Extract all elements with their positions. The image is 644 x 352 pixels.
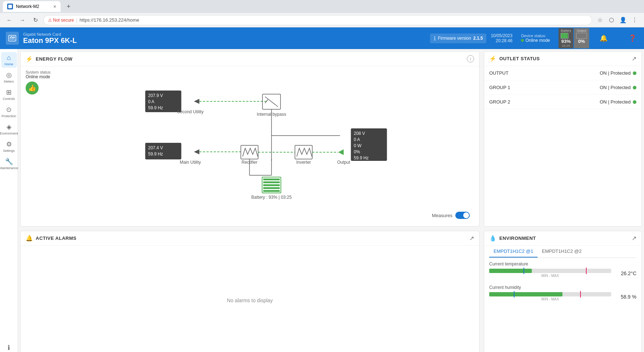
inverter-label: Inverter: [296, 160, 311, 165]
firmware-info: ℹ Firmware version 2.1.5: [430, 34, 487, 43]
energy-flow-diagram: 207.9 V 0 A 59.9 Hz Second Utility: [25, 71, 475, 208]
bookmark-button[interactable]: ☆: [595, 15, 605, 25]
active-alarms-expand-button[interactable]: ↗: [469, 235, 474, 242]
sidebar-bottom: ℹ Legal info E·T·N: [1, 342, 17, 352]
header-datetime: 10/05/2023 20:28:46: [491, 33, 512, 43]
temp-bar-wrapper: MIN - MAX: [489, 269, 611, 278]
main-content: ⚡ ENERGY FLOW i System status Online mod…: [18, 49, 644, 352]
environment-card: 💧 ENVIRONMENT ↗ EMPDT1H1C2 @1 EMPDT1H1C2…: [484, 231, 642, 352]
tab-favicon: [7, 4, 13, 9]
energy-flow-title: ENERGY FLOW: [36, 56, 464, 62]
measures-label: Measures: [432, 213, 452, 218]
maintenance-icon: 🔧: [5, 158, 13, 166]
env-tab-1[interactable]: EMPDT1H1C2 @1: [489, 246, 538, 258]
humidity-bar-wrapper: MIN - MAX: [489, 292, 611, 301]
system-status-value: Online mode: [26, 74, 51, 79]
humidity-metric: Current humidity MIN - MAX 58.9 %: [484, 281, 641, 305]
output-widget: Output 0%: [574, 28, 589, 48]
svg-rect-29: [263, 184, 280, 186]
controls-icon: ⊞: [6, 88, 12, 96]
temp-max-marker: [586, 268, 587, 274]
sidebar: ⌂ Home ◎ Meters ⊞ Controls ⊙ Protection …: [0, 49, 18, 352]
menu-button[interactable]: ⋮: [630, 15, 640, 25]
svg-marker-17: [338, 149, 344, 155]
refresh-button[interactable]: ↻: [30, 15, 40, 25]
sidebar-label-home: Home: [4, 62, 13, 66]
output-label: Output: [576, 29, 587, 32]
main-utility-label: Main Utility: [180, 160, 201, 165]
device-name: Eaton 9PX 6K-L: [23, 36, 426, 45]
outlet-row-group2: GROUP 2 ON | Protected: [484, 95, 641, 109]
humidity-min-max: MIN - MAX: [489, 297, 611, 301]
env-tabs: EMPDT1H1C2 @1 EMPDT1H1C2 @2: [489, 246, 636, 258]
input2-voltage: 207.4 V: [148, 145, 163, 150]
sidebar-item-environment[interactable]: ◈ Environment: [1, 121, 17, 137]
sidebar-item-meters[interactable]: ◎ Meters: [1, 69, 17, 85]
notifications-button[interactable]: 🔔: [598, 32, 609, 44]
protection-icon: ⊙: [6, 106, 12, 114]
svg-rect-15: [295, 145, 312, 159]
battery-output-widget: Battery 93% 03:25 Output 0%: [558, 28, 589, 48]
sidebar-item-settings[interactable]: ⚙ Settings: [1, 138, 17, 154]
sidebar-item-home[interactable]: ⌂ Home: [1, 52, 17, 68]
profile-button[interactable]: 👤: [618, 15, 628, 25]
environment-body: EMPDT1H1C2 @1 EMPDT1H1C2 @2 Current temp…: [484, 246, 641, 352]
bell-icon: 🔔: [26, 235, 33, 242]
outlet-output-status: ON | Protected: [600, 70, 636, 76]
device-status: Device status: Online mode: [521, 34, 550, 43]
device-status-label: Device status:: [521, 34, 550, 38]
toggle-knob: [463, 212, 469, 218]
energy-flow-header: ⚡ ENERGY FLOW i: [21, 52, 479, 66]
env-tab-2[interactable]: EMPDT1H1C2 @2: [538, 246, 586, 258]
sidebar-item-legal[interactable]: ℹ Legal info: [1, 342, 17, 352]
outlet-group2-name: GROUP 2: [489, 99, 600, 105]
user-button[interactable]: 👤: [612, 32, 624, 44]
humidity-row: MIN - MAX 58.9 %: [489, 292, 636, 301]
help-button[interactable]: ❓: [627, 32, 638, 44]
status-thumb-icon: 👍: [26, 82, 39, 94]
header-time: 20:28:46: [491, 38, 512, 43]
active-alarms-title: ACTIVE ALARMS: [36, 236, 466, 241]
sidebar-item-controls[interactable]: ⊞ Controls: [1, 87, 17, 102]
outlet-status-title: OUTLET STATUS: [499, 56, 629, 61]
outlet-group1-dot: [633, 86, 636, 89]
humidity-min-marker: [514, 291, 514, 298]
firmware-label: Firmware version: [438, 36, 471, 41]
new-tab-button[interactable]: +: [63, 1, 74, 12]
environment-expand-button[interactable]: ↗: [632, 235, 636, 242]
measures-row: Measures: [25, 209, 475, 222]
environment-title: ENVIRONMENT: [499, 236, 629, 241]
battery-value: 93%: [561, 39, 571, 44]
sidebar-item-protection[interactable]: ⊙ Protection: [1, 104, 17, 120]
forward-button[interactable]: →: [17, 15, 27, 25]
active-alarms-body: No alarms to display View more: [21, 246, 479, 352]
app-header: Gigabit Network Card Eaton 9PX 6K-L ℹ Fi…: [0, 27, 644, 49]
temp-row: MIN - MAX 26.2°C: [489, 269, 636, 278]
tab-close-button[interactable]: ×: [53, 4, 56, 9]
battery-label: Battery: [561, 29, 571, 32]
view-more-row: View more: [25, 351, 475, 352]
address-bar[interactable]: ⚠ Not secure | https://176.16.253.224/ho…: [43, 15, 592, 25]
humidity-label: Current humidity: [489, 285, 636, 290]
nav-actions: ☆ ⬡ 👤 ⋮: [595, 15, 640, 25]
measures-toggle[interactable]: [455, 212, 470, 219]
energy-flow-info-button[interactable]: i: [467, 55, 474, 62]
svg-text:0 A: 0 A: [354, 137, 360, 142]
outlet-row-group1: GROUP 1 ON | Protected: [484, 80, 641, 95]
active-tab[interactable]: Network-M2 ×: [3, 1, 61, 12]
system-status-box: System status Online mode 👍: [26, 70, 51, 94]
content-grid: ⚡ ENERGY FLOW i System status Online mod…: [18, 49, 644, 352]
tab-title: Network-M2: [16, 4, 39, 9]
svg-text:0 W: 0 W: [354, 143, 362, 148]
outlet-group1-status-text: ON | Protected: [600, 85, 631, 90]
system-status-label: System status: [26, 70, 51, 74]
svg-rect-31: [263, 190, 280, 192]
status-value: Online mode: [525, 38, 550, 43]
outlet-output-name: OUTPUT: [489, 70, 600, 76]
outlet-row-output: OUTPUT ON | Protected: [484, 66, 641, 80]
back-button[interactable]: ←: [4, 15, 14, 25]
info-icon: ℹ: [8, 344, 10, 352]
cast-button[interactable]: ⬡: [606, 15, 617, 25]
outlet-status-expand-button[interactable]: ↗: [632, 55, 636, 62]
sidebar-item-maintenance[interactable]: 🔧 Maintenance: [1, 156, 17, 172]
